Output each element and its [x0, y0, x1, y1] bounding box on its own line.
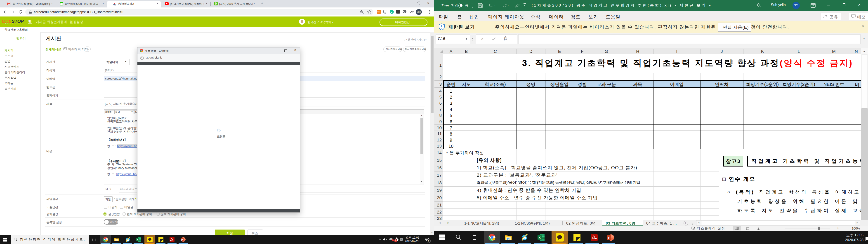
svg-text:X: X: [538, 236, 541, 240]
svg-text:P: P: [608, 236, 610, 240]
svg-text:P: P: [181, 238, 183, 241]
svg-text:X: X: [137, 239, 138, 241]
